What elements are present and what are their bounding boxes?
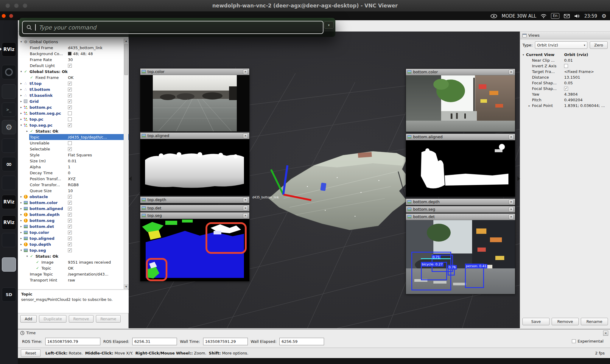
volume-icon[interactable]	[574, 14, 580, 18]
color-swatch[interactable]	[68, 52, 71, 55]
tree-row-global-status-ok[interactable]: ▾✓Global Status: Ok	[18, 69, 129, 74]
views-panel-header[interactable]: Views	[520, 32, 610, 39]
tree-row-fixed-frame[interactable]: ✓Fixed FrameOK	[18, 74, 129, 80]
eye-icon[interactable]	[491, 14, 497, 18]
expander-icon[interactable]: ▾	[19, 40, 23, 43]
scroll-down-icon[interactable]: ▼	[124, 284, 128, 289]
close-icon[interactable]: ×	[243, 69, 248, 74]
tree-row-tf-bottom[interactable]: ▸∴tf.bottom✓	[18, 86, 129, 92]
power-mode-label[interactable]: MODE 30W ALL	[502, 13, 536, 19]
panel-titlebar[interactable]: bottom.det ×	[406, 214, 515, 220]
tree-row-top-aligned[interactable]: ▸top.aligned✓	[18, 235, 129, 241]
scroll-up-icon[interactable]: ▲	[124, 39, 128, 43]
tree-row-selectable[interactable]: Selectable✓	[18, 146, 129, 152]
minimize-button[interactable]	[14, 3, 19, 8]
tree-row-color-transfor[interactable]: Color Transfor...RGB8	[18, 182, 129, 188]
keyboard-layout-indicator[interactable]: En	[551, 13, 559, 19]
tree-row-frame-rate[interactable]: Frame Rate30	[18, 57, 129, 63]
expander-icon[interactable]: ▸	[25, 130, 29, 133]
tree-row-default-light[interactable]: Default Light✓	[18, 63, 129, 69]
reset-button[interactable]: Reset	[21, 349, 41, 357]
launcher-item-rviz-2[interactable]: RViz	[2, 195, 16, 209]
tree-row-image-topic[interactable]: Image Topic/segmentation/d43...	[18, 271, 129, 277]
tree-row-focal-shap[interactable]: Focal Shap...0.05	[520, 80, 610, 86]
launcher-item-files[interactable]	[2, 84, 16, 99]
close-icon[interactable]: ×	[243, 133, 248, 138]
tree-row-grid[interactable]: ▸Grid✓	[18, 98, 129, 104]
launcher-item-terminal[interactable]: >_	[2, 102, 16, 117]
expander-icon[interactable]: ▸	[19, 112, 23, 115]
launcher-item-drive[interactable]	[2, 257, 16, 272]
close-icon[interactable]: ×	[509, 214, 513, 219]
expander-icon[interactable]: ▾	[19, 249, 23, 252]
launcher-item-app-dark-3[interactable]	[2, 233, 16, 247]
expander-icon[interactable]: ▸	[19, 82, 23, 85]
tree-row-global-options[interactable]: ▾⚙Global Options	[18, 39, 129, 45]
close-icon[interactable]: ×	[243, 213, 248, 218]
mail-icon[interactable]	[564, 14, 570, 18]
close-icon[interactable]: ×	[603, 331, 608, 336]
experimental-option[interactable]: Experimental	[572, 339, 603, 343]
close-icon[interactable]: ×	[243, 197, 248, 202]
tree-row-alpha[interactable]: Alpha1	[18, 164, 129, 170]
splitter-collapse-left-icon[interactable]	[129, 176, 132, 181]
command-input[interactable]	[39, 24, 319, 31]
expander-icon[interactable]: ▸	[19, 118, 23, 121]
expander-icon[interactable]: ▸	[19, 94, 23, 97]
expander-icon[interactable]: ▸	[19, 243, 23, 246]
checkbox[interactable]: ✓	[68, 201, 72, 205]
tree-row-status-ok[interactable]: ▾✓Status: Ok	[18, 253, 129, 259]
tree-row-background-co[interactable]: Background Co...48; 48; 48	[18, 51, 129, 57]
close-icon[interactable]: ×	[509, 200, 513, 204]
displays-rename-button[interactable]: Rename	[96, 315, 121, 323]
notification-dot2-icon[interactable]	[9, 14, 13, 18]
settings-gear-icon[interactable]: ⚙	[602, 13, 606, 19]
close-icon[interactable]: ×	[509, 135, 513, 139]
expander-icon[interactable]: ▸	[19, 100, 23, 103]
expander-icon[interactable]: ▾	[19, 124, 23, 127]
tree-row-unreliable[interactable]: Unreliable	[18, 140, 129, 146]
tree-row-image[interactable]: ✓Image9351 images received	[18, 259, 129, 265]
displays-scrollbar[interactable]: ▲ ▼	[124, 39, 128, 289]
tree-row-top-depth[interactable]: ▸!top.depth✓	[18, 241, 129, 247]
expander-icon[interactable]: ▾	[521, 53, 525, 56]
tree-row-top-seg-pc[interactable]: ▾top.seg.pc✓	[18, 122, 129, 128]
checkbox[interactable]: ✓	[68, 123, 72, 127]
time-input-wall-time[interactable]	[203, 338, 248, 345]
tree-row-transport-hint[interactable]: Transport Hintraw	[18, 277, 129, 283]
tree-row-near-clip[interactable]: Near Clip ...0.01	[520, 57, 610, 63]
zoom-button[interactable]	[23, 3, 27, 8]
checkbox[interactable]	[68, 111, 72, 115]
tree-row-bottom-seg-pc[interactable]: ▸bottom.seg.pc	[18, 110, 129, 116]
close-icon[interactable]: ×	[509, 207, 513, 212]
close-icon[interactable]: ×	[509, 70, 513, 74]
checkbox[interactable]: ✓	[68, 147, 72, 151]
zero-button[interactable]: Zero	[590, 41, 608, 49]
checkbox[interactable]: ✓	[68, 231, 72, 234]
command-dropdown-button[interactable]: ▾	[324, 21, 334, 29]
tree-row-bottom-color[interactable]: ▸bottom.color✓	[18, 200, 129, 206]
tree-row-topic[interactable]: Topic/d435_top/depth/c...	[18, 134, 129, 140]
views-remove-button[interactable]: Remove	[552, 318, 579, 325]
expander-icon[interactable]: ▸	[19, 106, 23, 109]
displays-remove-button[interactable]: Remove	[69, 315, 94, 323]
wifi-icon[interactable]	[541, 14, 547, 18]
tree-row-fixed-frame[interactable]: Fixed Framed435_bottom_link	[18, 45, 129, 51]
checkbox[interactable]: ✓	[68, 64, 72, 68]
expander-icon[interactable]: ▸	[19, 201, 23, 204]
checkbox[interactable]: ✓	[68, 105, 72, 109]
panel-titlebar[interactable]: top.color ×	[140, 69, 249, 75]
clock[interactable]: 23:59	[584, 13, 597, 19]
command-input-wrap[interactable]	[22, 21, 323, 34]
tree-row-bottom-aligned[interactable]: ▸bottom.aligned✓	[18, 206, 129, 211]
tree-row-position-transf[interactable]: Position Transf...XYZ	[18, 176, 129, 182]
panel-titlebar[interactable]: top.seg ×	[140, 212, 249, 219]
tree-row-tf-top[interactable]: ▸∴tf.top✓	[18, 80, 129, 86]
checkbox[interactable]: ✓	[68, 219, 72, 223]
expander-icon[interactable]: ▸	[19, 219, 23, 222]
tree-row-bottom-depth[interactable]: ▸!bottom.depth✓	[18, 211, 129, 217]
expander-icon[interactable]: ▸	[19, 213, 23, 216]
checkbox[interactable]: ✓	[68, 242, 72, 246]
tree-row-bottom-seg[interactable]: ▸!bottom.seg✓	[18, 217, 129, 223]
displays-add-button[interactable]: Add	[20, 315, 37, 323]
